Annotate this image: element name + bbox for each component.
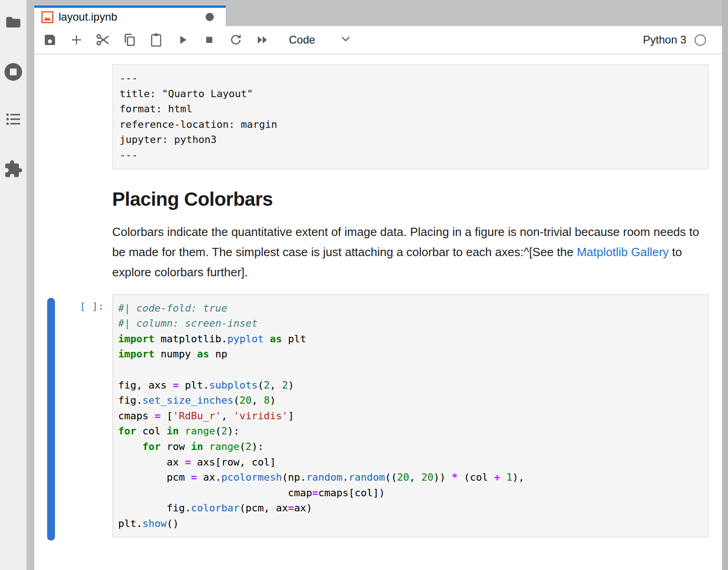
raw-cell-yaml-frontmatter[interactable]: --- title: "Quarto Layout" format: html … — [112, 64, 709, 170]
run-cell-button[interactable] — [174, 31, 192, 49]
cell-collapser[interactable] — [47, 298, 55, 541]
cut-cells-button[interactable] — [94, 31, 112, 49]
unsaved-changes-dot[interactable] — [206, 13, 214, 21]
folder-icon — [5, 15, 22, 29]
jupyterlab-window: layout.ipynb — [0, 0, 728, 570]
markdown-cell: Placing Colorbars Colorbars indicate the… — [34, 188, 728, 282]
copy-cells-button[interactable] — [120, 31, 139, 49]
running-sessions-tab[interactable] — [0, 62, 27, 82]
execution-prompt: [ ]: — [76, 301, 104, 312]
restart-run-all-button[interactable] — [253, 31, 272, 49]
table-of-contents-tab[interactable] — [0, 111, 27, 127]
refresh-icon — [229, 33, 243, 47]
file-browser-tab[interactable] — [0, 15, 27, 29]
code-editor[interactable]: #| code-fold: true#| column: screen-inse… — [112, 294, 709, 538]
insert-cell-button[interactable] — [67, 31, 86, 49]
restart-kernel-button[interactable] — [227, 31, 245, 49]
main-area: layout.ipynb — [34, 0, 728, 570]
stop-circle-icon — [3, 62, 23, 82]
markdown-paragraph: Colorbars indicate the quantitative exte… — [112, 222, 709, 282]
list-icon — [5, 111, 21, 127]
interrupt-kernel-button[interactable] — [200, 31, 218, 49]
copy-icon — [122, 33, 137, 47]
tab-layout-ipynb[interactable]: layout.ipynb — [34, 5, 226, 26]
notebook-content: --- title: "Quarto Layout" format: html … — [34, 64, 728, 537]
stop-icon — [203, 33, 216, 46]
kernel-switcher[interactable]: Python 3 — [643, 33, 706, 46]
clipboard-icon — [149, 33, 163, 47]
notebook-icon — [41, 11, 54, 23]
plus-icon — [69, 33, 84, 47]
fast-forward-icon — [255, 33, 270, 47]
activity-sidebar — [0, 0, 27, 570]
notebook-toolbar: Code Python 3 — [34, 26, 728, 55]
scissors-icon — [95, 32, 111, 48]
code-cell: [ ]: #| code-fold: true#| column: screen… — [34, 294, 728, 538]
kernel-status-icon — [695, 34, 706, 46]
matplotlib-gallery-link[interactable]: Matplotlib Gallery — [577, 245, 669, 259]
save-button[interactable] — [41, 31, 59, 49]
chevron-down-icon — [339, 32, 353, 48]
floppy-icon — [43, 33, 57, 47]
raw-cell-text: --- title: "Quarto Layout" format: html … — [120, 71, 701, 163]
play-icon — [176, 33, 189, 46]
window-right-edge — [722, 0, 728, 570]
puzzle-icon — [4, 159, 23, 179]
cell-type-dropdown[interactable]: Code — [289, 32, 353, 48]
kernel-name: Python 3 — [643, 33, 686, 46]
paste-cells-button[interactable] — [147, 31, 165, 49]
tab-bar: layout.ipynb — [34, 0, 728, 26]
extension-manager-tab[interactable] — [0, 159, 27, 179]
tab-title: layout.ipynb — [59, 11, 117, 23]
markdown-heading: Placing Colorbars — [112, 188, 728, 211]
cell-type-value: Code — [289, 33, 315, 46]
sidebar-divider — [27, 0, 34, 570]
